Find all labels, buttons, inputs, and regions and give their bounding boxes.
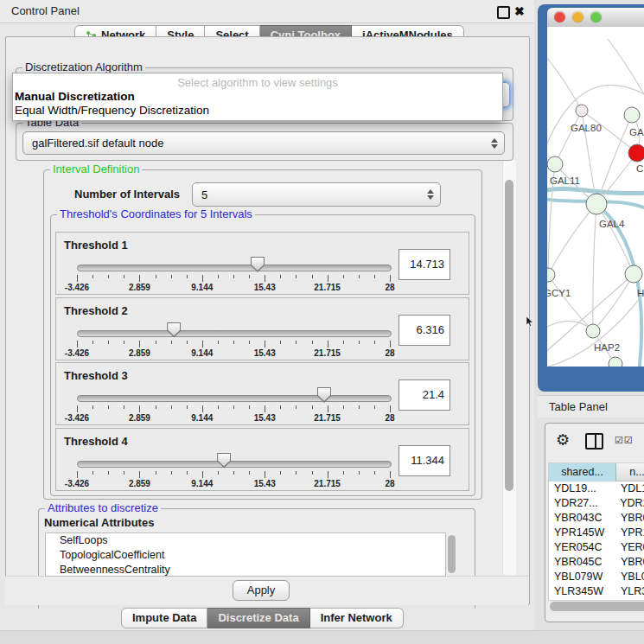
- network-window-titlebar[interactable]: [547, 8, 644, 28]
- content-scrollbar-thumb[interactable]: [505, 180, 513, 491]
- tab-impute-data[interactable]: Impute Data: [121, 608, 207, 628]
- tick-label: 2.859: [129, 348, 150, 358]
- network-edge[interactable]: [608, 39, 644, 94]
- cell-name[interactable]: YLR3...: [615, 584, 644, 599]
- number-of-intervals-label: Number of Intervals: [74, 188, 180, 201]
- gear-icon[interactable]: ⚙: [556, 430, 570, 450]
- network-edge[interactable]: [548, 204, 596, 275]
- table-row[interactable]: YDR27...YDR2...: [549, 496, 644, 511]
- table-row[interactable]: YPR145WYPR1...: [549, 526, 644, 540]
- attribute-item-betweennesscentrality[interactable]: BetweennessCentrality: [46, 563, 445, 577]
- tab-label: Discretize Data: [218, 609, 298, 628]
- node-label: C: [636, 163, 643, 174]
- cell-shared-name[interactable]: YBR045C: [549, 555, 615, 570]
- network-node-gal11[interactable]: [547, 156, 563, 172]
- threshold-value-field[interactable]: 14.713: [399, 249, 450, 280]
- table-row[interactable]: YLR345WYLR3...: [549, 584, 644, 599]
- network-edge[interactable]: [596, 204, 634, 274]
- tick-label: 28: [385, 413, 394, 423]
- cell-name[interactable]: YDL1...: [615, 481, 644, 496]
- cell-shared-name[interactable]: YER054C: [549, 540, 615, 555]
- threshold-row: Threshold 2 -3.4262.8599.14415.4321.7152…: [55, 297, 469, 360]
- network-edge[interactable]: [593, 204, 596, 331]
- tab-discretize-data[interactable]: Discretize Data: [207, 608, 309, 628]
- apply-button[interactable]: Apply: [233, 580, 290, 601]
- bottom-tab-bar: Impute DataDiscretize DataInfer Network: [121, 608, 404, 628]
- cell-name[interactable]: YBR0...: [615, 555, 644, 570]
- network-edge[interactable]: [593, 274, 634, 331]
- attributes-list-scrollbar[interactable]: [447, 534, 456, 574]
- tick-label: 9.144: [191, 479, 213, 488]
- dropdown-item-manual-discretization[interactable]: Manual Discretization: [15, 90, 135, 103]
- network-node-gal4[interactable]: [586, 194, 607, 214]
- node-label: GA: [629, 127, 644, 137]
- threshold-value-field[interactable]: 11.344: [399, 445, 450, 476]
- network-node-c[interactable]: [628, 144, 644, 162]
- threshold-slider[interactable]: [77, 461, 392, 468]
- network-node-h[interactable]: [625, 265, 642, 283]
- cell-shared-name[interactable]: YBR043C: [549, 511, 615, 526]
- threshold-slider[interactable]: [77, 330, 392, 337]
- network-node-hap2[interactable]: [586, 324, 600, 338]
- tick-label: 9.144: [191, 348, 213, 358]
- attribute-item-topologicalcoefficient[interactable]: TopologicalCoefficient: [46, 548, 445, 563]
- network-node-ga[interactable]: [624, 107, 640, 123]
- cell-name[interactable]: YDR2...: [615, 496, 644, 511]
- numerical-attributes-list[interactable]: SelfLoopsTopologicalCoefficientBetweenne…: [45, 532, 446, 577]
- content-scrollbar[interactable]: [502, 161, 516, 575]
- tick-label: 21.715: [314, 413, 341, 423]
- cell-name[interactable]: YPR1...: [615, 526, 644, 540]
- network-edge[interactable]: [547, 56, 582, 111]
- screen: Control Panel ✖ NetworkStyleSelectCyni T…: [0, 0, 644, 644]
- network-edge[interactable]: [548, 275, 593, 331]
- tab-label: Infer Network: [321, 609, 392, 628]
- table-row[interactable]: YBR045CYBR0...: [549, 555, 644, 570]
- tab-infer-network[interactable]: Infer Network: [310, 608, 404, 628]
- tick-label: -3.426: [65, 283, 89, 292]
- node-label: GCY1: [547, 288, 571, 298]
- minimize-traffic-light-icon[interactable]: [572, 11, 583, 22]
- attribute-item-selfloops[interactable]: SelfLoops: [46, 533, 445, 548]
- cell-shared-name[interactable]: YBL079W: [549, 570, 615, 584]
- threshold-value-field[interactable]: 6.316: [399, 315, 450, 346]
- close-traffic-light-icon[interactable]: [554, 11, 565, 22]
- network-edge[interactable]: [547, 274, 634, 355]
- threshold-slider[interactable]: [77, 265, 392, 271]
- highlighted-edge[interactable]: [547, 188, 644, 193]
- threshold-value-field[interactable]: 21.4: [399, 379, 450, 411]
- threshold-label: Threshold 2: [64, 304, 128, 317]
- columns-icon[interactable]: [585, 433, 603, 450]
- network-node[interactable]: [609, 357, 622, 367]
- slider-ticks: [77, 471, 390, 478]
- threshold-slider[interactable]: [77, 395, 392, 402]
- table-row[interactable]: YBL079WYBL0...: [549, 570, 644, 584]
- tick-label: 15.43: [254, 348, 276, 358]
- table-row[interactable]: YDL19...YDL1...: [549, 481, 644, 496]
- cell-name[interactable]: YER0...: [615, 540, 644, 555]
- number-of-intervals-combobox[interactable]: 5: [192, 182, 441, 207]
- table-row[interactable]: YBR043CYBR0...: [549, 511, 644, 526]
- cell-name[interactable]: YBL0...: [615, 570, 644, 584]
- network-canvas[interactable]: GAL80GACGAL11GAL4GCY1HHAP2: [547, 27, 644, 367]
- column-header-name[interactable]: n...: [616, 463, 644, 481]
- network-edge[interactable]: [555, 111, 582, 164]
- table-hscroll-thumb[interactable]: [550, 602, 644, 611]
- cell-shared-name[interactable]: YDL19...: [549, 481, 615, 496]
- select-columns-icon[interactable]: ☑☑: [615, 435, 634, 446]
- table-horizontal-scrollbar[interactable]: [548, 601, 644, 612]
- network-node-gcy1[interactable]: [547, 268, 555, 282]
- table-data-combobox[interactable]: galFiltered.sif default node: [22, 131, 505, 155]
- table-row[interactable]: YER054CYER0...: [549, 540, 644, 555]
- zoom-traffic-light-icon[interactable]: [590, 11, 602, 22]
- cell-shared-name[interactable]: YPR145W: [549, 526, 615, 540]
- float-window-icon[interactable]: [497, 6, 510, 19]
- close-icon[interactable]: ✖: [514, 3, 525, 19]
- dropdown-item-equal-width-frequency[interactable]: Equal Width/Frequency Discretization: [15, 104, 209, 117]
- node-table: shared... n... YDL19...YDL1...YDR27...YD…: [548, 462, 644, 601]
- network-node-gal80[interactable]: [576, 105, 588, 117]
- panel-title: Control Panel: [11, 0, 80, 22]
- column-header-shared-name[interactable]: shared...: [549, 463, 616, 481]
- cell-shared-name[interactable]: YDR27...: [549, 496, 615, 511]
- cell-name[interactable]: YBR0...: [615, 511, 644, 526]
- cell-shared-name[interactable]: YLR345W: [549, 584, 615, 599]
